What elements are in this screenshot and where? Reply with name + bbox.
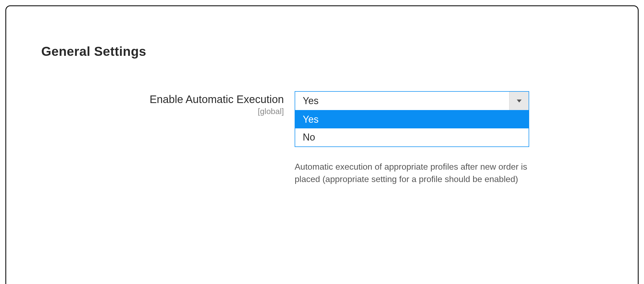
control-column: Yes Yes No Automatic execution of approp… bbox=[295, 91, 529, 186]
select-option-yes[interactable]: Yes bbox=[295, 111, 529, 128]
select-wrapper: Yes Yes No bbox=[295, 91, 529, 147]
field-help-text: Automatic execution of appropriate profi… bbox=[295, 160, 529, 186]
select-toggle-button[interactable] bbox=[509, 92, 529, 110]
field-label: Enable Automatic Execution bbox=[150, 93, 284, 106]
enable-automatic-execution-select[interactable]: Yes bbox=[295, 91, 529, 111]
select-option-no[interactable]: No bbox=[295, 128, 529, 146]
select-current-value: Yes bbox=[295, 92, 509, 110]
form-row-enable-automatic-execution: Enable Automatic Execution [global] Yes … bbox=[117, 91, 603, 186]
label-column: Enable Automatic Execution [global] bbox=[117, 91, 284, 116]
chevron-down-icon bbox=[517, 100, 522, 102]
scope-hint: [global] bbox=[258, 107, 284, 116]
section-title: General Settings bbox=[41, 44, 603, 59]
select-dropdown-list: Yes No bbox=[295, 111, 529, 147]
settings-panel: General Settings Enable Automatic Execut… bbox=[5, 5, 639, 284]
